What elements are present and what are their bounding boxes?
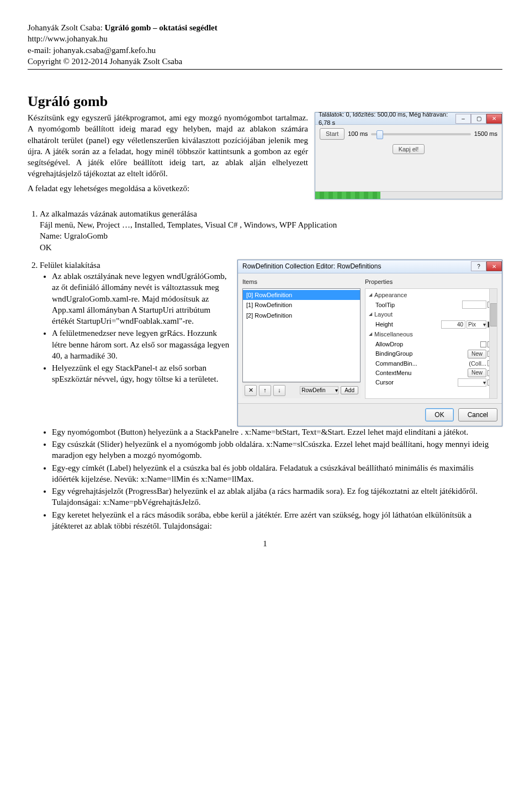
start-button[interactable]: Start xyxy=(320,128,344,140)
author-title: Johanyák Zsolt Csaba: Ugráló gomb – okta… xyxy=(28,22,502,33)
properties-header: Properties xyxy=(365,278,497,286)
items-listbox[interactable]: [0] RowDefinition [1] RowDefinition [2] … xyxy=(242,288,361,382)
chevron-down-icon: ▾ xyxy=(335,387,338,394)
step1-line3: Name: UgraloGomb xyxy=(40,231,108,240)
minimize-icon[interactable]: – xyxy=(455,114,471,124)
prop-cursor: Cursor▾ xyxy=(367,378,496,387)
new-button[interactable]: New xyxy=(468,350,486,358)
intro-paragraph-1: Készítsünk egy egyszerű játékprogramot, … xyxy=(28,112,308,180)
bullet-8: Egy keretet helyezünk el a rács második … xyxy=(52,509,502,532)
scrollbar[interactable] xyxy=(489,289,497,398)
commandbin-value[interactable]: (Coll... xyxy=(469,360,486,368)
play-area: Kapj el! xyxy=(315,143,502,158)
step-2: Felület kialakítása Az ablak osztályának… xyxy=(40,260,502,531)
move-up-button[interactable]: ↑ xyxy=(259,385,271,396)
type-combo-text: RowDefin xyxy=(301,387,325,394)
app-window-titlebar: Találatok: 0, Időzítés: 500,00 ms, Még h… xyxy=(315,113,502,125)
allowdrop-label: AllowDrop xyxy=(375,340,403,349)
list-item[interactable]: [1] RowDefinition xyxy=(243,300,360,310)
height-label: Height xyxy=(375,320,393,329)
bindinggroup-label: BindingGroup xyxy=(375,350,412,358)
bullet-7: Egy végrehajtásjelzőt (ProgressBar) hely… xyxy=(52,486,502,508)
items-toolbar: ✕ ↑ ↓ RowDefin▾ Add xyxy=(242,382,361,398)
dialog-titlebar: RowDefinition Collection Editor: RowDefi… xyxy=(238,260,502,273)
delete-button[interactable]: ✕ xyxy=(245,385,257,396)
app-window-title: Találatok: 0, Időzítés: 500,00 ms, Még h… xyxy=(319,110,455,127)
dialog-title: RowDefinition Collection Editor: RowDefi… xyxy=(242,262,381,271)
bullet-6: Egy-egy címkét (Label) helyezünk el a cs… xyxy=(52,462,502,485)
dialog-window-buttons: ? ✕ xyxy=(471,261,502,271)
commandbin-label: CommandBin... xyxy=(375,360,417,368)
items-header: Items xyxy=(242,278,361,286)
bullet-4: Egy nyomógombot (Button) helyezünk a a S… xyxy=(52,426,502,437)
cancel-button[interactable]: Cancel xyxy=(458,408,497,421)
items-panel: Items [0] RowDefinition [1] RowDefinitio… xyxy=(242,278,361,399)
delay-slider[interactable] xyxy=(371,133,470,135)
height-unit-text: Pix xyxy=(468,321,476,329)
tooltip-label: ToolTip xyxy=(375,301,395,309)
prop-commandbindings: CommandBin...(Coll... xyxy=(367,359,496,368)
prop-height: Height 40 Pix▾ xyxy=(367,320,496,329)
chevron-down-icon: ▾ xyxy=(483,321,486,329)
group-misc[interactable]: Miscellaneous xyxy=(367,329,496,340)
prop-tooltip: ToolTip xyxy=(367,300,496,309)
step2-title: Felület kialakítása xyxy=(40,261,100,270)
header-copyright: Copyright © 2012-2014 Johanyák Zsolt Csa… xyxy=(28,56,502,67)
chevron-down-icon: ▾ xyxy=(483,379,486,387)
step1-line4: OK xyxy=(40,243,52,252)
app-window: Találatok: 0, Időzítés: 500,00 ms, Még h… xyxy=(315,112,502,199)
dialog-footer: OK Cancel xyxy=(238,403,502,426)
intro-paragraph-2: A feladat egy lehetséges megoldása a köv… xyxy=(28,183,308,194)
group-appearance[interactable]: Appearance xyxy=(367,290,496,300)
step2-bullets-full: Egy nyomógombot (Button) helyezünk a a S… xyxy=(40,426,502,531)
page-number: 1 xyxy=(28,538,502,549)
step-1: Az alkalmazás vázának automatikus generá… xyxy=(40,208,502,253)
step2-bullets-left: Az ablak osztályának neve legyen wndUgrá… xyxy=(40,271,230,385)
max-label: 1500 ms xyxy=(474,130,497,138)
step1-line1: Az alkalmazás vázának automatikus generá… xyxy=(40,209,197,218)
dialog-close-icon[interactable]: ✕ xyxy=(486,261,502,271)
properties-panel: Properties Appearance ToolTip Layout Hei… xyxy=(365,278,497,399)
group-layout[interactable]: Layout xyxy=(367,309,496,320)
header-email: e-mail: johanyak.csaba@gamf.kefo.hu xyxy=(28,45,502,56)
toolbar-row: Start 100 ms 1500 ms xyxy=(315,125,502,143)
header-url: http://www.johanyak.hu xyxy=(28,33,502,44)
move-down-button[interactable]: ↓ xyxy=(273,385,285,396)
page-header: Johanyák Zsolt Csaba: Ugráló gomb – okta… xyxy=(28,22,502,70)
contextmenu-label: ContextMenu xyxy=(375,369,411,377)
collection-editor-dialog: RowDefinition Collection Editor: RowDefi… xyxy=(237,260,502,426)
bullet-2: A felületmenedzser neve legyen grRács. H… xyxy=(52,328,230,361)
checkbox[interactable] xyxy=(480,341,486,347)
ok-button[interactable]: OK xyxy=(425,408,453,421)
close-icon[interactable]: ✕ xyxy=(486,114,502,124)
author: Johanyák Zsolt Csaba: Ugráló gomb – okta… xyxy=(28,23,218,32)
maximize-icon[interactable]: ▢ xyxy=(471,114,486,124)
height-input[interactable]: 40 xyxy=(441,320,465,329)
bullet-3: Helyezzünk el egy StackPanel-t az első s… xyxy=(52,362,230,385)
ordered-steps: Az alkalmazás vázának automatikus generá… xyxy=(28,208,502,531)
help-icon[interactable]: ? xyxy=(471,261,486,271)
cursor-combo[interactable]: ▾ xyxy=(458,378,486,387)
list-item[interactable]: [0] RowDefinition xyxy=(243,290,360,300)
page-title: Ugráló gomb xyxy=(28,92,502,111)
prop-contextmenu: ContextMenuNew xyxy=(367,368,496,378)
property-grid[interactable]: Appearance ToolTip Layout Height 40 Pix xyxy=(365,288,497,399)
min-label: 100 ms xyxy=(348,130,368,138)
catch-button[interactable]: Kapj el! xyxy=(393,144,425,154)
height-unit-combo[interactable]: Pix▾ xyxy=(467,320,486,329)
prop-bindinggroup: BindingGroupNew xyxy=(367,349,496,359)
new-button[interactable]: New xyxy=(468,368,486,377)
cursor-label: Cursor xyxy=(375,378,394,387)
prop-allowdrop: AllowDrop xyxy=(367,340,496,349)
type-combo[interactable]: RowDefin▾ xyxy=(300,386,338,394)
tooltip-input[interactable] xyxy=(462,300,486,309)
bullet-1: Az ablak osztályának neve legyen wndUgrá… xyxy=(52,271,230,326)
bullet-5: Egy csúszkát (Slider) helyezünk el a nyo… xyxy=(52,439,502,461)
list-item[interactable]: [2] RowDefinition xyxy=(243,310,360,321)
progress-bar xyxy=(315,191,502,199)
window-buttons: – ▢ ✕ xyxy=(455,114,502,124)
add-button[interactable]: Add xyxy=(341,386,358,395)
step1-line2: Fájl menü, New, Project …, Installed, Te… xyxy=(40,220,337,229)
